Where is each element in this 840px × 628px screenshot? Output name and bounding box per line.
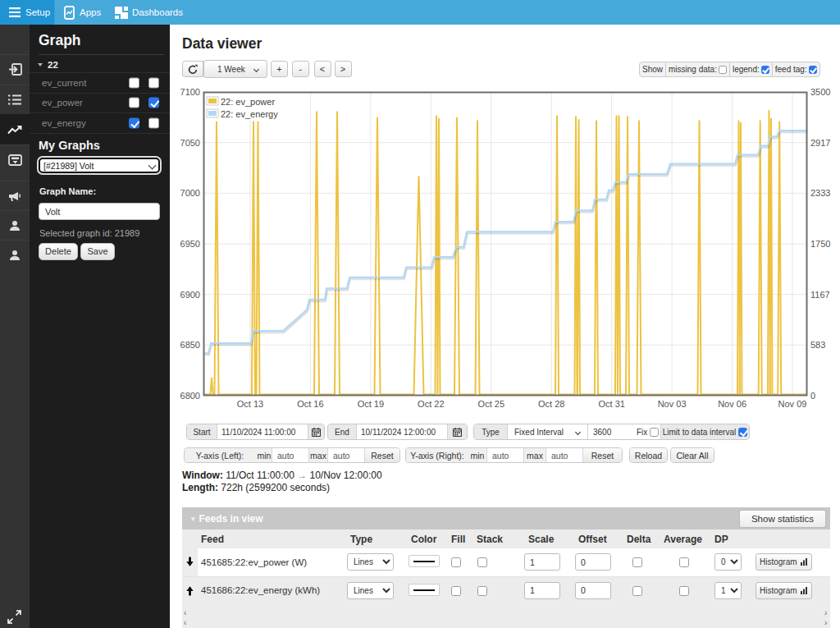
svg-text:22: ev_power: 22: ev_power	[221, 97, 275, 107]
svg-text:Nov 03: Nov 03	[658, 399, 687, 409]
svg-text:7100: 7100	[180, 87, 200, 97]
svg-text:7000: 7000	[180, 188, 200, 198]
svg-text:Oct 19: Oct 19	[358, 399, 384, 409]
svg-text:2917: 2917	[810, 138, 830, 148]
svg-text:7050: 7050	[180, 138, 200, 148]
svg-text:Oct 16: Oct 16	[297, 399, 323, 409]
svg-text:583: 583	[810, 340, 825, 350]
svg-text:Oct 25: Oct 25	[478, 399, 504, 409]
svg-text:6800: 6800	[180, 391, 200, 401]
svg-text:6950: 6950	[180, 239, 200, 249]
svg-text:Nov 09: Nov 09	[778, 399, 807, 409]
svg-text:6900: 6900	[180, 290, 200, 300]
svg-text:2333: 2333	[810, 188, 830, 198]
svg-text:Oct 28: Oct 28	[538, 399, 564, 409]
svg-text:Nov 06: Nov 06	[718, 399, 746, 409]
svg-text:Oct 22: Oct 22	[418, 399, 444, 409]
svg-text:6850: 6850	[180, 340, 200, 350]
svg-text:0: 0	[810, 391, 815, 401]
svg-text:Oct 31: Oct 31	[598, 399, 624, 409]
svg-text:1167: 1167	[810, 290, 830, 300]
svg-text:1750: 1750	[810, 239, 830, 249]
svg-text:3500: 3500	[810, 87, 830, 97]
svg-text:Oct 13: Oct 13	[237, 399, 263, 409]
svg-text:22: ev_energy: 22: ev_energy	[221, 109, 278, 119]
